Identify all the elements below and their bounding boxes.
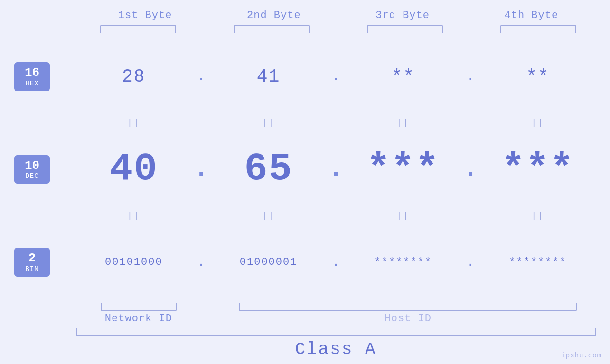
eq1-b4: || — [480, 118, 596, 128]
equals-row-2: || || || || — [14, 209, 596, 223]
eq2-b3: || — [346, 211, 461, 221]
class-label: Class A — [295, 340, 376, 359]
hex-sep1: . — [192, 69, 211, 84]
hex-badge-num: 16 — [20, 66, 44, 80]
bin-sep2: . — [327, 255, 346, 270]
hex-badge-base: HEX — [20, 80, 44, 87]
hex-row: 16 HEX 28 . 41 . ** . ** — [14, 37, 596, 116]
full-bottom-bracket — [76, 328, 596, 336]
eq2-b4: || — [480, 211, 596, 221]
dec-badge: 10 DEC — [14, 155, 50, 184]
bracket-cell-3 — [348, 25, 462, 33]
id-label-spacer — [201, 313, 220, 325]
hex-sep3: . — [461, 69, 480, 84]
bin-byte4-value: ******** — [509, 256, 567, 268]
bin-byte2-cell: 01000001 — [211, 256, 327, 268]
dec-badge-base: DEC — [20, 172, 44, 180]
hex-sep2: . — [327, 69, 346, 84]
dec-byte3-cell: *** — [346, 147, 461, 191]
eq1-b2: || — [211, 118, 327, 128]
bottom-section: Network ID Host ID Class A — [14, 303, 596, 359]
bin-sep1: . — [192, 255, 211, 270]
bin-label: 2 BIN — [14, 248, 76, 277]
hex-byte3-value: ** — [392, 66, 415, 87]
bracket-cell-2 — [214, 25, 328, 33]
host-bottom-bracket — [239, 303, 577, 311]
byte4-header: 4th Byte — [467, 9, 596, 21]
bracket-cell-4 — [481, 25, 596, 33]
host-bracket-wrapper — [220, 303, 596, 311]
network-bottom-bracket — [101, 303, 177, 311]
bin-byte1-value: 00101000 — [105, 256, 163, 268]
dec-byte2-value: 65 — [244, 147, 292, 191]
hex-byte1-value: 28 — [122, 66, 146, 87]
class-label-row: Class A — [76, 340, 596, 359]
byte3-header: 3rd Byte — [338, 9, 467, 21]
eq2-b2: || — [211, 211, 327, 221]
hex-badge: 16 HEX — [14, 62, 50, 91]
dec-byte4-value: *** — [501, 147, 574, 191]
byte2-header: 2nd Byte — [209, 9, 338, 21]
eq1-b1: || — [76, 118, 192, 128]
top-bracket-1 — [100, 25, 176, 33]
hex-byte2-value: 41 — [257, 66, 281, 87]
bin-badge-num: 2 — [20, 252, 44, 265]
host-id-label: Host ID — [220, 313, 596, 325]
top-bracket-2 — [234, 25, 310, 33]
bin-byte3-value: ******** — [375, 256, 432, 268]
hex-byte-cells: 28 . 41 . ** . ** — [76, 66, 596, 87]
bin-byte-cells: 00101000 . 01000001 . ******** . *******… — [76, 255, 596, 270]
byte1-header: 1st Byte — [81, 9, 209, 21]
top-bracket-4 — [500, 25, 576, 33]
eq1-b3: || — [346, 118, 461, 128]
network-id-label: Network ID — [76, 313, 201, 325]
top-brackets-row — [14, 25, 596, 33]
hex-label: 16 HEX — [14, 62, 76, 91]
dec-byte2-cell: 65 — [211, 147, 327, 191]
dec-sep3: . — [461, 155, 480, 183]
dec-byte3-value: *** — [367, 147, 440, 191]
watermark: ipshu.com — [561, 352, 601, 359]
dec-byte-cells: 40 . 65 . *** . *** — [76, 147, 596, 191]
bin-byte1-cell: 00101000 — [76, 256, 192, 268]
dec-row: 10 DEC 40 . 65 . *** . *** — [14, 130, 596, 208]
hex-byte2-cell: 41 — [211, 66, 327, 87]
dec-label: 10 DEC — [14, 155, 76, 184]
top-bracket-3 — [367, 25, 443, 33]
dec-sep2: . — [327, 155, 346, 183]
bin-row: 2 BIN 00101000 . 01000001 . ******** . *… — [14, 223, 596, 301]
dec-byte1-cell: 40 — [76, 147, 192, 191]
dec-byte4-cell: *** — [480, 147, 596, 191]
hex-byte1-cell: 28 — [76, 66, 192, 87]
hex-byte4-cell: ** — [480, 66, 596, 87]
bracket-cell-1 — [81, 25, 195, 33]
dec-sep1: . — [192, 155, 211, 183]
byte-headers: 1st Byte 2nd Byte 3rd Byte 4th Byte — [14, 9, 596, 21]
bin-sep3: . — [461, 255, 480, 270]
bin-badge-base: BIN — [20, 265, 44, 273]
eq2-b1: || — [76, 211, 192, 221]
id-labels-row: Network ID Host ID — [76, 313, 596, 325]
bottom-brackets-row — [76, 303, 596, 311]
hex-byte3-cell: ** — [346, 66, 461, 87]
dec-byte1-value: 40 — [110, 147, 158, 191]
hex-byte4-value: ** — [526, 66, 550, 87]
bin-byte3-cell: ******** — [346, 256, 461, 268]
equals-row-1: || || || || — [14, 116, 596, 130]
network-bracket-wrapper — [76, 303, 201, 311]
bin-badge: 2 BIN — [14, 248, 50, 277]
bin-byte2-value: 01000001 — [240, 256, 298, 268]
dec-badge-num: 10 — [20, 159, 44, 173]
bin-byte4-cell: ******** — [480, 256, 596, 268]
main-container: 1st Byte 2nd Byte 3rd Byte 4th Byte 16 H… — [0, 0, 610, 364]
